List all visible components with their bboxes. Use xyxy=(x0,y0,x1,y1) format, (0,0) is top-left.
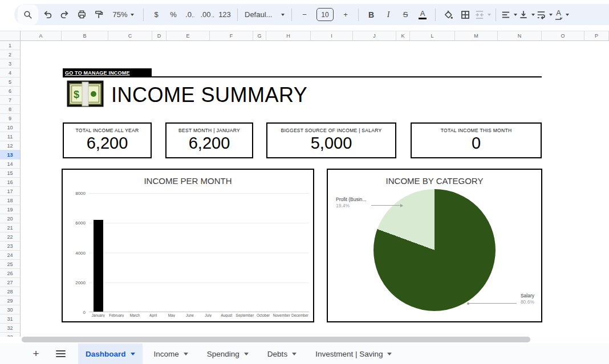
sheet-tab-label: Dashboard xyxy=(86,350,126,358)
x-tick-label: January xyxy=(89,313,107,317)
go-to-manage-income-link[interactable]: GO TO MANAGE INCOME xyxy=(63,68,152,77)
bar-slot xyxy=(107,193,125,312)
x-tick-label: March xyxy=(125,313,144,317)
y-tick-label: 0 xyxy=(64,310,86,315)
stat-value: 0 xyxy=(412,134,541,153)
salary-callout: Salary 80.6% xyxy=(521,293,534,306)
sheet-tab[interactable]: Debts xyxy=(260,343,304,364)
x-tick-label: December xyxy=(291,313,309,317)
bars xyxy=(89,193,309,312)
banknote-icon: $ xyxy=(66,80,104,108)
bar-slot xyxy=(217,193,236,312)
x-axis-labels: JanuaryFebruaryMarchAprilMayJuneJulyAugu… xyxy=(89,313,309,317)
stat-box[interactable]: TOTAL INCOME THIS MONTH 0 xyxy=(411,122,542,158)
stat-box[interactable]: TOTAL INCOME ALL YEAR 6,200 xyxy=(63,122,152,158)
svg-text:$: $ xyxy=(74,89,79,100)
chevron-down-icon xyxy=(387,353,392,355)
bar-slot xyxy=(199,193,217,312)
stat-label: BIGGEST SOURCE OF INCOME | SALARY xyxy=(267,128,395,133)
spreadsheet-app: 75% $ % .0← .00→ 123 Defaul... − 10 + B xyxy=(0,0,609,364)
chevron-down-icon xyxy=(292,353,297,355)
chart-title: INCOME BY CATEGORY xyxy=(328,176,541,186)
bar-slot xyxy=(163,193,181,312)
all-sheets-icon[interactable] xyxy=(56,350,66,357)
x-tick-label: September xyxy=(236,313,254,317)
page-title: INCOME SUMMARY xyxy=(111,83,307,107)
chart-title: INCOME PER MONTH xyxy=(63,176,313,186)
bar-slot xyxy=(291,193,309,312)
stat-box[interactable]: BIGGEST SOURCE OF INCOME | SALARY 5,000 xyxy=(266,122,396,158)
bar xyxy=(94,220,103,312)
callout-leader-line xyxy=(469,303,517,304)
callout-percent: 19.4% xyxy=(336,203,366,209)
add-sheet-button[interactable]: + xyxy=(30,347,42,360)
sheet-tab[interactable]: Income xyxy=(147,343,196,364)
y-tick-label: 8000 xyxy=(64,191,86,196)
stat-value: 6,200 xyxy=(64,134,151,153)
callout-label: Salary xyxy=(521,293,534,299)
sheet-tab-bar: + Dashboard Income Spending Debts Invest… xyxy=(0,343,609,364)
callout-percent: 80.6% xyxy=(521,299,534,305)
stat-value: 6,200 xyxy=(167,134,252,153)
bar-slot xyxy=(144,193,163,312)
x-tick-label: June xyxy=(181,313,199,317)
bar-slot xyxy=(181,193,199,312)
stat-value: 5,000 xyxy=(267,134,395,153)
sheet-tab-label: Spending xyxy=(207,350,239,358)
x-tick-label: February xyxy=(107,313,125,317)
x-tick-label: May xyxy=(163,313,181,317)
bar-plot-area xyxy=(89,193,309,312)
y-tick-label: 6000 xyxy=(64,220,86,226)
callout-leader-line xyxy=(371,205,402,206)
chevron-down-icon xyxy=(131,353,135,355)
stat-box[interactable]: BEST MONTH | JANUARY 6,200 xyxy=(165,122,253,158)
sheet-tab[interactable]: Spending xyxy=(200,343,256,364)
y-tick-label: 2000 xyxy=(64,280,86,285)
bar-slot xyxy=(89,193,107,312)
x-tick-label: July xyxy=(199,313,217,317)
chevron-down-icon xyxy=(184,353,188,355)
bar-slot xyxy=(236,193,254,312)
callout-label: Profit (Busin... xyxy=(336,197,366,203)
chevron-down-icon xyxy=(244,353,249,355)
sheet-content: GO TO MANAGE INCOME $ INCOME SUMMARY TOT… xyxy=(0,0,609,364)
horizontal-scrollbar[interactable] xyxy=(22,337,530,342)
profit-callout: Profit (Busin... 19.4% xyxy=(336,197,366,210)
stat-label: BEST MONTH | JANUARY xyxy=(167,128,252,133)
sheet-tab-label: Investment | Saving xyxy=(315,350,383,358)
x-tick-label: October xyxy=(254,313,273,317)
stat-label: TOTAL INCOME THIS MONTH xyxy=(412,128,541,133)
income-per-month-chart[interactable]: INCOME PER MONTH 80006000400020000 Janua… xyxy=(62,169,314,322)
x-tick-label: April xyxy=(144,313,163,317)
bar-slot xyxy=(273,193,291,312)
income-by-category-chart[interactable]: INCOME BY CATEGORY Profit (Busin... 19.4… xyxy=(327,169,542,322)
x-tick-label: November xyxy=(273,313,291,317)
sheet-tab-label: Debts xyxy=(267,350,287,358)
sheet-tab[interactable]: Investment | Saving xyxy=(308,343,399,364)
sheet-tabs: Dashboard Income Spending Debts Investme… xyxy=(78,343,403,364)
x-tick-label: August xyxy=(217,313,236,317)
pie xyxy=(373,189,496,311)
bar-slot xyxy=(125,193,144,312)
y-tick-label: 4000 xyxy=(64,250,86,255)
sheet-tab-label: Income xyxy=(154,350,179,358)
stat-label: TOTAL INCOME ALL YEAR xyxy=(64,128,151,133)
bar-slot xyxy=(254,193,273,312)
sheet-tab[interactable]: Dashboard xyxy=(78,343,143,364)
